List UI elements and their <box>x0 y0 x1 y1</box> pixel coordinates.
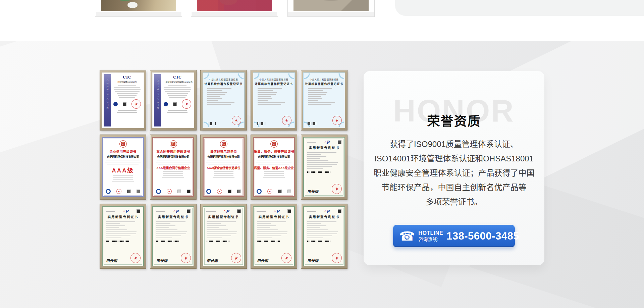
fine-print-line <box>106 223 120 224</box>
qr-code-icon <box>173 102 177 106</box>
company-name: 合肥珂玛环保科技有限公司 <box>103 155 143 158</box>
barcode-icon <box>257 122 266 125</box>
cert-quality-service-reputation[interactable]: 信质量、服务、信誉等级证书合肥珂玛环保科技有限公司质量、服务、信誉AAA级企业★ <box>251 135 297 199</box>
fine-print-line <box>258 104 281 105</box>
description-line: ISO14001环境管理体系认证和OHSAS18001 <box>373 151 535 166</box>
certificate-title: 实用新型专利证书 <box>254 214 294 219</box>
fine-print-line <box>168 85 186 86</box>
cert-utility-patent-1[interactable]: ∴P实用新型专利证书申长雨★ <box>301 135 347 199</box>
fine-print-line <box>308 92 327 93</box>
certificate-footer: 申长雨★ <box>307 253 342 263</box>
official-signature: 申长雨 <box>307 258 318 263</box>
certificate-title: 实用新型专利证书 <box>304 214 344 219</box>
grade-text: AAA级 <box>103 166 143 174</box>
description-line: 职业健康安全管理体系认证；产品获得了中国 <box>373 166 535 180</box>
fine-print-line <box>106 229 127 230</box>
fine-print-line <box>257 225 276 226</box>
fine-print-line <box>169 97 185 98</box>
red-seal-icon: ★ <box>181 98 192 109</box>
cert-integrity-demo[interactable]: 信诚信经营示范单位合肥珂玛环保科技有限公司AAA级诚信经营示范单位★ <box>201 135 247 199</box>
fine-print-line <box>112 182 133 182</box>
fine-print-line <box>165 91 190 92</box>
certificate-footer: ★ <box>207 116 241 125</box>
cnipa-logo: ∴P <box>173 209 178 214</box>
fine-print-line <box>257 227 270 228</box>
barcode-icon <box>308 122 316 125</box>
certificate-side-band: CERTIFICATE <box>104 74 111 126</box>
honor-title: 荣誉资质 <box>364 111 544 129</box>
certificate-footer: ★ <box>308 116 342 125</box>
red-seal-icon: ★ <box>116 189 121 194</box>
fine-print-line <box>257 234 287 234</box>
certificate-body <box>156 221 190 238</box>
cert-cic-ohs[interactable]: CERTIFICATECIC职业健康安全管理体系认证证书★ <box>150 70 196 130</box>
company-name: 合肥珂玛环保科技有限公司 <box>254 155 294 158</box>
fine-print-line <box>106 238 121 238</box>
fine-print-line <box>106 227 119 228</box>
certificate-body <box>207 88 240 105</box>
certificate-page: 信企业信用等级证书合肥珂玛环保科技有限公司AAA级★ <box>102 137 144 197</box>
gallery-photo-card-2[interactable] <box>191 0 278 17</box>
cert-utility-patent-6[interactable]: ∴P实用新型专利证书申长雨★ <box>301 204 347 268</box>
cnipa-logo: ∴P <box>274 209 279 214</box>
fine-print-line <box>258 90 273 91</box>
certificate-body <box>307 221 341 238</box>
qr-code-icon <box>123 102 126 106</box>
cert-utility-patent-4[interactable]: ∴P实用新型专利证书申长雨★ <box>201 204 247 268</box>
blue-seal-icon <box>257 189 262 194</box>
certificate-footer: 申长雨★ <box>156 253 191 263</box>
certificate-body <box>106 221 140 238</box>
certificate-footer: ★ <box>257 189 291 194</box>
fine-print-line <box>207 98 222 99</box>
certificate-header: ∴P <box>156 209 191 214</box>
fine-print-line <box>118 95 136 96</box>
description-line: 获得了ISO9001质量管理体系认证、 <box>373 137 535 151</box>
fine-print-line <box>207 225 226 226</box>
cert-utility-patent-2[interactable]: ∴P实用新型专利证书申长雨★ <box>100 204 146 268</box>
fine-print-line <box>214 173 234 174</box>
cert-software-copyright-1[interactable]: 中华人民共和国国家版权局计算机软件著作权登记证书★ <box>201 70 247 130</box>
cert-software-copyright-3[interactable]: 中华人民共和国国家版权局计算机软件著作权登记证书★ <box>301 70 347 130</box>
hotline-button[interactable]: ☎ HOTLINE 咨询热线: 138-5600-3485 <box>393 225 515 247</box>
cert-software-copyright-2[interactable]: 中华人民共和国国家版权局计算机软件著作权登记证书★ <box>251 70 297 130</box>
official-signature: 申长雨 <box>307 189 318 194</box>
red-seal-icon: ★ <box>167 189 172 194</box>
company-name: 合肥珂玛环保科技有限公司 <box>153 155 193 158</box>
fine-print-line <box>308 90 323 91</box>
fine-print-line <box>117 112 137 113</box>
qr-code-icon <box>187 209 191 213</box>
red-emblem-icon: 信 <box>119 140 127 148</box>
fine-print-line <box>214 175 234 176</box>
certificate-body <box>257 221 291 238</box>
cert-enterprise-credit[interactable]: 信企业信用等级证书合肥珂玛环保科技有限公司AAA级★ <box>100 135 146 199</box>
construction-photo-2 <box>197 0 272 11</box>
certificate-footer: ★ <box>163 99 192 109</box>
certificate-authority: 中华人民共和国国家版权局 <box>255 78 292 81</box>
fine-print-line <box>258 100 268 101</box>
fine-print-line <box>107 164 139 164</box>
certificate-body <box>258 88 290 105</box>
photo-card-footer <box>96 12 181 16</box>
cert-utility-patent-3[interactable]: ∴P实用新型专利证书申长雨★ <box>150 204 196 268</box>
certificate-title: 重合同守信用等级证书 <box>153 149 193 154</box>
cic-round-logo <box>113 102 118 106</box>
fine-print-line <box>307 223 321 224</box>
gallery-photo-card-3[interactable] <box>287 0 375 17</box>
cert-contract-trustworthy[interactable]: 信重合同守信用等级证书合肥珂玛环保科技有限公司AAA级重合同守信用企业★ <box>150 135 196 199</box>
qr-code-icon <box>237 190 241 193</box>
fine-print-line <box>208 164 239 164</box>
red-seal-icon: ★ <box>280 252 292 264</box>
cert-utility-patent-5[interactable]: ∴P实用新型专利证书申长雨★ <box>251 204 297 268</box>
cic-round-logo <box>164 102 168 106</box>
fine-print-line <box>207 234 236 234</box>
certificate-footer: ★ <box>257 116 291 125</box>
certificate-header: ∴P <box>307 140 341 145</box>
fine-print-line <box>118 110 136 111</box>
fine-print-line <box>206 211 216 212</box>
fine-print-line <box>263 177 284 178</box>
fine-print-line <box>167 112 187 113</box>
photo-card-footer <box>288 12 374 16</box>
cert-cic-environment[interactable]: CERTIFICATECIC环境管理体系认证证书★ <box>100 70 146 130</box>
gallery-photo-card-1[interactable] <box>95 0 182 17</box>
construction-photo-1 <box>101 0 176 11</box>
